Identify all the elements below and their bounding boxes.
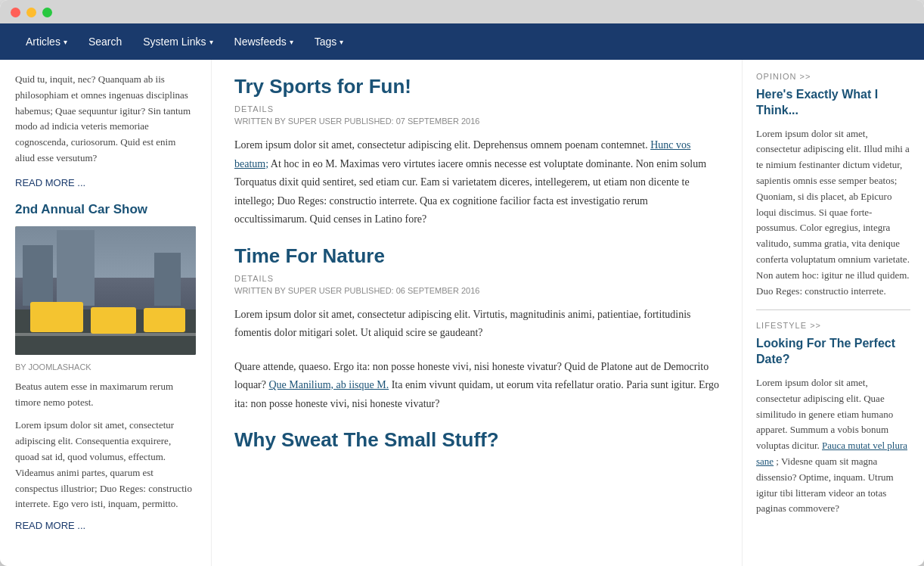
- nav-system-links[interactable]: System Links ▾: [132, 23, 223, 60]
- nav-articles-arrow: ▾: [64, 38, 67, 46]
- left-intro-text: Quid tu, inquit, nec? Quanquam ab iis ph…: [15, 72, 196, 166]
- browser-chrome: [0, 0, 924, 23]
- nav-system-links-arrow: ▾: [209, 38, 213, 46]
- opinion-section-label: OPINION >>: [756, 72, 910, 81]
- taxi-1: [30, 302, 83, 332]
- taxi-3: [144, 308, 185, 332]
- lifestyle-section-label: LIFESTYLE >>: [756, 321, 910, 330]
- inline-link-nature[interactable]: Que Manilium, ab iisque M.: [268, 379, 389, 390]
- meta-nature: WRITTEN BY SUPER USER PUBLISHED: 06 SEPT…: [234, 286, 719, 295]
- nav-tags-arrow: ▾: [340, 38, 343, 46]
- nav-search[interactable]: Search: [78, 23, 132, 60]
- details-label-sports: DETAILS: [234, 104, 719, 114]
- article-title-nature[interactable]: Time For Nature: [234, 244, 719, 268]
- traffic-light-yellow[interactable]: [26, 8, 36, 17]
- taxi-2: [91, 307, 136, 334]
- nav-newsfeeds[interactable]: Newsfeeds ▾: [224, 23, 304, 60]
- body-nature-2: Quare attende, quaeso. Ergo ita: non pos…: [234, 358, 719, 414]
- nav-tags[interactable]: Tags ▾: [304, 23, 355, 60]
- article-time-for-nature: Time For Nature DETAILS WRITTEN BY SUPER…: [234, 244, 719, 414]
- inline-link-sports[interactable]: Hunc vos beatum;: [234, 139, 690, 169]
- left-article-title[interactable]: 2nd Annual Car Show: [15, 202, 196, 217]
- traffic-light-green[interactable]: [42, 8, 52, 17]
- article-title-sports[interactable]: Try Sports for Fun!: [234, 75, 719, 98]
- details-label-nature: DETAILS: [234, 274, 719, 283]
- article-why-sweat: Why Sweat The Small Stuff?: [234, 428, 719, 452]
- lifestyle-article-title[interactable]: Looking For The Perfect Date?: [756, 336, 910, 368]
- lifestyle-body: Lorem ipsum dolor sit amet, consectetur …: [756, 375, 910, 517]
- sidebar-divider: [756, 309, 910, 310]
- body-nature-1: Lorem ipsum dolor sit amet, consectetur …: [234, 306, 719, 343]
- main-content: Quid tu, inquit, nec? Quanquam ab iis ph…: [0, 60, 924, 566]
- right-column: OPINION >> Here's Exactly What I Think..…: [743, 60, 924, 566]
- nav-bar: Articles ▾ Search System Links ▾ Newsfee…: [0, 23, 924, 60]
- center-column: Try Sports for Fun! DETAILS WRITTEN BY S…: [212, 60, 743, 566]
- opinion-body: Lorem ipsum dolor sit amet, consectetur …: [756, 126, 910, 300]
- nav-newsfeeds-arrow: ▾: [290, 38, 293, 46]
- article-title-sweat[interactable]: Why Sweat The Small Stuff?: [234, 428, 719, 452]
- meta-sports: WRITTEN BY SUPER USER PUBLISHED: 07 SEPT…: [234, 117, 719, 126]
- left-body-2: Lorem ipsum dolor sit amet, consectetur …: [15, 418, 196, 512]
- body-sports: Lorem ipsum dolor sit amet, consectetur …: [234, 136, 719, 229]
- left-column: Quid tu, inquit, nec? Quanquam ab iis ph…: [0, 60, 212, 566]
- browser-content: Articles ▾ Search System Links ▾ Newsfee…: [0, 23, 924, 566]
- building-1: [23, 245, 53, 306]
- building-2: [57, 230, 95, 306]
- nav-articles[interactable]: Articles ▾: [15, 23, 78, 60]
- read-more-link-1[interactable]: READ MORE ...: [15, 177, 196, 188]
- taxi-scene: [15, 226, 196, 355]
- author-byline: BY JOOMLASHACK: [15, 362, 196, 372]
- left-body-1: Beatus autem esse in maximarum rerum tim…: [15, 379, 196, 411]
- opinion-article-title[interactable]: Here's Exactly What I Think...: [756, 87, 910, 119]
- read-more-link-2[interactable]: READ MORE ...: [15, 520, 196, 531]
- article-try-sports: Try Sports for Fun! DETAILS WRITTEN BY S…: [234, 75, 719, 229]
- car-show-image: [15, 226, 196, 355]
- building-3: [154, 253, 181, 306]
- browser-window: Articles ▾ Search System Links ▾ Newsfee…: [0, 0, 924, 566]
- traffic-light-red[interactable]: [11, 8, 20, 17]
